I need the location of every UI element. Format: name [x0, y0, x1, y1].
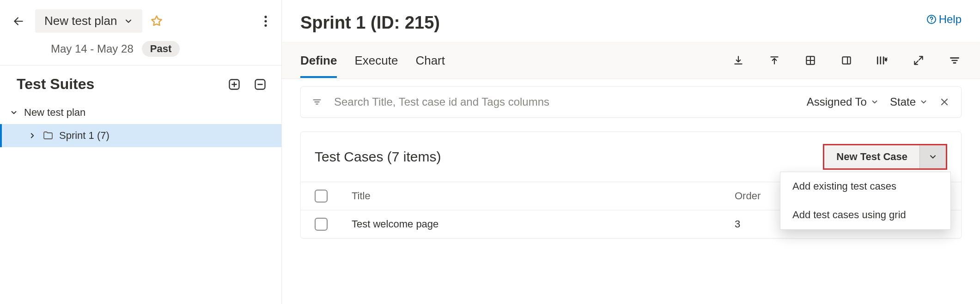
row-title: Test welcome page: [352, 218, 735, 230]
iteration-status-badge: Past: [142, 41, 180, 57]
close-icon: [939, 96, 950, 107]
arrow-left-icon: [12, 15, 24, 27]
sidebar-top: New test plan May 14 - May 28 Past: [0, 0, 281, 66]
chevron-right-icon: [28, 131, 37, 140]
folder-icon: [43, 130, 54, 141]
pane-icon: [840, 54, 852, 66]
collapse-suite-button[interactable]: [252, 76, 268, 93]
suite-tree: New test plan Sprint 1 (7): [0, 99, 281, 147]
filter-bar: Assigned To State: [300, 86, 962, 118]
sidebar: New test plan May 14 - May 28 Past Test …: [0, 0, 282, 304]
suites-header: Test Suites: [0, 66, 281, 99]
import-button[interactable]: [767, 54, 781, 67]
suites-title: Test Suites: [17, 76, 217, 93]
expand-icon: [913, 54, 925, 66]
test-cases-card: Test Cases (7 items) New Test Case Add e…: [300, 131, 962, 238]
help-label: Help: [939, 13, 962, 26]
svg-point-2: [264, 24, 267, 26]
page-title: Sprint 1 (ID: 215): [300, 13, 926, 33]
download-icon: [732, 54, 744, 66]
help-circle-icon: [926, 14, 937, 25]
svg-rect-7: [842, 57, 850, 64]
state-label: State: [890, 95, 916, 108]
chevron-down-icon: [919, 98, 928, 106]
upload-icon: [768, 54, 780, 66]
columns-button[interactable]: [876, 54, 889, 67]
chevron-down-icon: [928, 152, 937, 161]
iteration-date-range: May 14 - May 28: [51, 42, 134, 55]
plan-header-row: New test plan: [9, 9, 272, 33]
new-test-case-dropdown-toggle[interactable]: [920, 145, 946, 168]
kebab-icon: [264, 15, 268, 28]
minus-square-icon: [254, 78, 267, 91]
column-title[interactable]: Title: [352, 190, 735, 202]
menu-add-existing[interactable]: Add existing test cases: [780, 172, 950, 201]
tabs: Define Execute Chart: [300, 44, 445, 77]
pane-toggle-button[interactable]: [840, 54, 853, 67]
new-test-case-split-button[interactable]: New Test Case: [823, 144, 947, 170]
grid-view-button[interactable]: [803, 54, 817, 67]
assigned-to-label: Assigned To: [807, 95, 867, 108]
filter-lines-icon: [312, 97, 322, 107]
export-button[interactable]: [731, 54, 745, 67]
fullscreen-button[interactable]: [912, 54, 925, 67]
tab-chart[interactable]: Chart: [415, 44, 445, 77]
svg-point-0: [264, 16, 267, 18]
tab-define[interactable]: Define: [300, 44, 337, 77]
chevron-down-icon: [870, 98, 879, 106]
new-test-case-label: New Test Case: [824, 145, 920, 168]
tab-execute[interactable]: Execute: [354, 44, 398, 77]
state-filter[interactable]: State: [890, 95, 928, 108]
columns-icon: [876, 54, 889, 66]
search-input[interactable]: [333, 95, 796, 109]
add-suite-button[interactable]: [226, 76, 243, 93]
test-plan-selector[interactable]: New test plan: [35, 9, 142, 33]
tree-child-label: Sprint 1 (7): [59, 130, 110, 142]
svg-point-1: [264, 20, 267, 22]
more-options-button[interactable]: [259, 15, 272, 28]
row-checkbox[interactable]: [315, 218, 328, 231]
menu-add-grid[interactable]: Add test cases using grid: [780, 201, 950, 229]
assigned-to-filter[interactable]: Assigned To: [807, 95, 879, 108]
select-all-checkbox[interactable]: [315, 190, 328, 203]
main-header: Sprint 1 (ID: 215) Help: [282, 0, 980, 33]
tab-strip: Define Execute Chart: [282, 42, 980, 79]
back-button[interactable]: [9, 12, 28, 30]
test-plan-name: New test plan: [44, 14, 117, 28]
tree-root-node[interactable]: New test plan: [0, 101, 281, 124]
clear-filters-button[interactable]: [939, 96, 950, 107]
main-content: Sprint 1 (ID: 215) Help Define Execute C…: [282, 0, 980, 304]
toolbar: [731, 54, 962, 67]
grid-icon: [804, 54, 816, 66]
iteration-date-row: May 14 - May 28 Past: [9, 33, 272, 65]
tree-child-node[interactable]: Sprint 1 (7): [0, 124, 281, 147]
chevron-down-icon: [124, 17, 133, 26]
filter-icon: [949, 54, 961, 66]
favorite-star-icon[interactable]: [150, 14, 164, 28]
chevron-down-icon: [9, 108, 18, 117]
tree-root-label: New test plan: [24, 107, 85, 119]
test-cases-title: Test Cases (7 items): [315, 149, 823, 165]
new-test-case-menu: Add existing test cases Add test cases u…: [780, 172, 951, 230]
filter-toggle-button[interactable]: [948, 54, 962, 67]
plus-square-icon: [228, 78, 241, 91]
help-link[interactable]: Help: [926, 13, 962, 26]
